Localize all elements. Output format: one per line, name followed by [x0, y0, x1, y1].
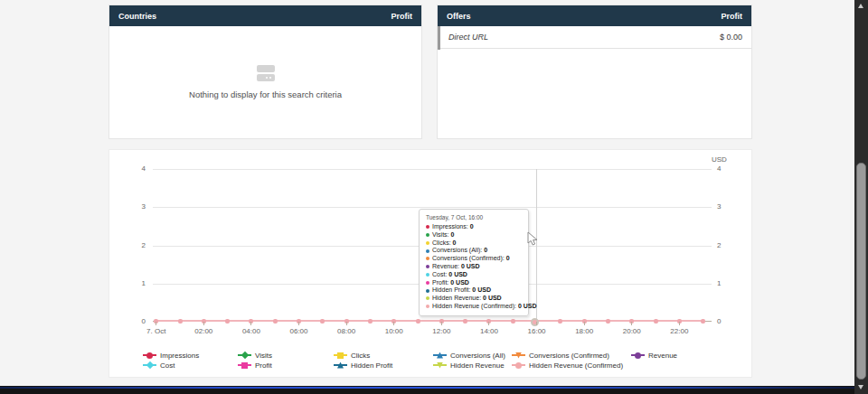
legend-item-conversions-confirmed[interactable]: Conversions (Confirmed): [512, 351, 609, 360]
x-axis-tick: [298, 322, 299, 325]
tooltip-row: Conversions (All)0: [426, 247, 522, 255]
legend-item-hidden-revenue[interactable]: Hidden Revenue: [433, 361, 505, 370]
app-screen: Countries Profit Nothing to display for …: [0, 0, 868, 394]
x-axis-label: 7. Oct: [134, 327, 179, 335]
legend-item-hidden-revenue-confirmed[interactable]: Hidden Revenue (Confirmed): [512, 361, 623, 370]
legend-marker-shape-circle: [515, 362, 522, 369]
x-axis-tick: [631, 322, 632, 325]
legend-marker-icon: [334, 352, 347, 360]
legend-marker-shape-square: [337, 352, 344, 359]
tooltip-value: 0: [484, 247, 487, 253]
point-marker: [654, 319, 658, 324]
tooltip-row: Hidden Profit0 USD: [426, 286, 522, 295]
tooltip-bullet-icon: [426, 233, 429, 237]
window-bottom-edge: [0, 386, 868, 394]
tooltip-row: Hidden Revenue (Confirmed)0 USD: [426, 303, 522, 311]
tooltip-value: 0 USD: [448, 271, 467, 277]
x-axis-label: 20:00: [609, 327, 655, 335]
x-axis-label: 02:00: [181, 327, 226, 335]
tooltip-bullet-icon: [426, 305, 429, 308]
tooltip-row: Conversions (Confirmed)0: [426, 255, 522, 263]
x-axis-tick: [393, 322, 394, 325]
y-axis-label-right: 0: [717, 317, 744, 325]
tooltip-value: 0: [453, 239, 457, 246]
legend-label: Hidden Revenue: [450, 361, 505, 370]
tooltip-bullet-icon: [426, 225, 429, 229]
tooltip-value: 0 USD: [483, 295, 502, 301]
legend-item-clicks[interactable]: Clicks: [334, 351, 370, 360]
y-axis-label-right: 4: [717, 164, 744, 173]
x-axis-label: 10:00: [372, 327, 417, 335]
x-axis-tick: [488, 322, 489, 325]
y-axis-label-left: 4: [109, 164, 146, 173]
legend-item-revenue[interactable]: Revenue: [631, 351, 677, 360]
tooltip-label: Cost: [432, 271, 448, 277]
tooltip-label: Conversions (All): [432, 247, 484, 253]
countries-empty-state: Nothing to display for this search crite…: [109, 26, 421, 138]
tooltip-value: 0: [451, 231, 455, 238]
mouse-cursor-icon: [527, 231, 538, 250]
x-axis-label: 06:00: [277, 327, 322, 335]
point-marker: [511, 319, 515, 324]
point-marker: [320, 319, 325, 324]
countries-panel-body: Nothing to display for this search crite…: [109, 26, 421, 138]
legend-item-hidden-profit[interactable]: Hidden Profit: [334, 361, 392, 370]
chart-panel: USD Tuesday, 7 Oct, 16:00 Impressions0Vi…: [108, 149, 752, 378]
offer-name[interactable]: Direct URL: [448, 33, 488, 42]
legend-marker-shape-circle: [146, 352, 153, 359]
point-marker: [273, 319, 278, 324]
legend-label: Conversions (All): [450, 352, 505, 360]
legend-marker-shape-circle: [635, 352, 641, 359]
countries-metric-label: Profit: [392, 12, 413, 21]
legend-label: Cost: [160, 361, 175, 370]
legend-marker-icon: [143, 361, 156, 370]
tooltip-row: Visits0: [426, 231, 522, 239]
point-marker: [463, 319, 467, 324]
legend-item-visits[interactable]: Visits: [238, 351, 272, 360]
tooltip-value: 0 USD: [518, 303, 537, 309]
x-axis-tick: [536, 322, 537, 325]
tooltip-bullet-icon: [426, 289, 429, 293]
legend-item-conversions-all[interactable]: Conversions (All): [433, 351, 505, 360]
tooltip-label: Hidden Revenue (Confirmed): [432, 303, 518, 309]
y-axis-unit-label: USD: [712, 155, 748, 164]
legend-marker-icon: [631, 352, 645, 360]
x-axis-label: 22:00: [656, 327, 702, 335]
window-bottom-blue-line: [0, 387, 868, 389]
scrollbar-down-arrow-icon[interactable]: [858, 385, 863, 389]
countries-panel-header: Countries Profit: [109, 5, 421, 26]
tooltip-bullet-icon: [426, 249, 429, 253]
tooltip-label: Impressions: [432, 223, 470, 230]
scrollbar-thumb[interactable]: [856, 163, 866, 380]
tooltip-label: Revenue: [432, 263, 461, 269]
legend-marker-shape-diamond: [241, 352, 248, 359]
tooltip-row: Hidden Revenue0 USD: [426, 295, 522, 303]
legend-label: Conversions (Confirmed): [529, 352, 609, 360]
tooltip-label: Clicks: [432, 239, 453, 246]
scrollbar-up-arrow-icon[interactable]: [858, 4, 863, 8]
x-axis-label: 08:00: [324, 327, 369, 335]
tooltip-label: Conversions (Confirmed): [432, 255, 506, 261]
tooltip-rows: Impressions0Visits0Clicks0Conversions (A…: [426, 223, 522, 311]
tooltip-value: 0 USD: [472, 286, 491, 293]
tooltip-row: Profit0 USD: [426, 279, 522, 287]
page-scrollbar[interactable]: [854, 0, 868, 394]
legend-label: Clicks: [351, 352, 370, 360]
hovered-point-marker: [531, 318, 539, 326]
offers-panel-header: Offers Profit: [438, 5, 751, 26]
tooltip-value: 0: [470, 223, 474, 230]
y-axis-label-left: 2: [109, 241, 146, 249]
offers-panel-title: Offers: [447, 12, 471, 21]
tooltip-bullet-icon: [426, 241, 429, 245]
x-axis-tick: [156, 322, 156, 325]
tooltip-label: Hidden Revenue: [432, 295, 483, 301]
legend-item-profit[interactable]: Profit: [238, 361, 272, 370]
offer-row[interactable]: Direct URL $ 0.00: [438, 26, 751, 49]
legend-item-impressions[interactable]: Impressions: [143, 351, 199, 360]
point-marker: [701, 319, 705, 324]
offers-scrollbar-thumb[interactable]: [438, 26, 440, 50]
y-axis-label-left: 3: [109, 202, 146, 211]
legend-marker-icon: [143, 352, 156, 360]
legend-item-cost[interactable]: Cost: [143, 361, 175, 370]
tooltip-title: Tuesday, 7 Oct, 16:00: [426, 214, 522, 220]
